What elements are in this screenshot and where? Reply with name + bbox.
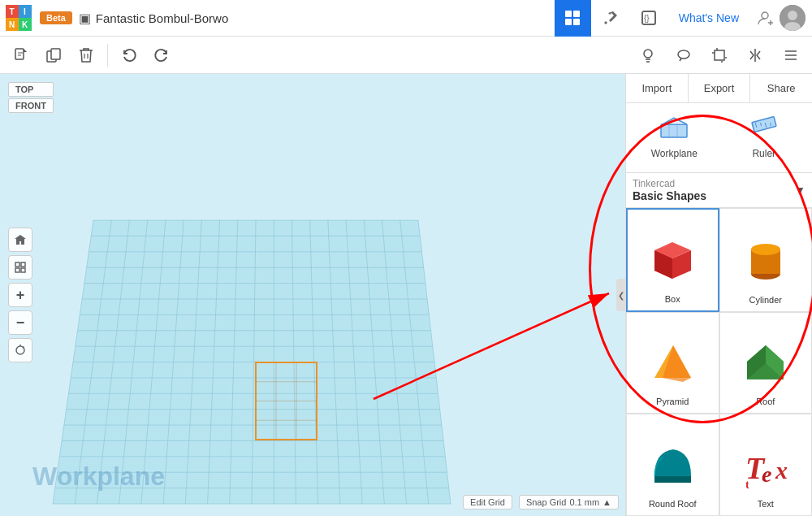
shape-item-text[interactable]: T e x t Text <box>719 414 813 516</box>
svg-rect-10 <box>15 49 24 59</box>
shape-svg-box <box>644 232 701 289</box>
collapse-panel-btn[interactable]: ❮ <box>616 279 626 311</box>
snap-grid-value: 0.1 mm <box>569 497 599 507</box>
shape-name-round-roof: Round Roof <box>649 499 697 509</box>
shape-item-roof[interactable]: Roof <box>719 312 813 414</box>
svg-rect-23 <box>661 124 687 137</box>
ruler-icon <box>751 116 777 145</box>
logo-n: N <box>6 18 19 31</box>
shape-name-cylinder: Cylinder <box>749 295 782 305</box>
logo-i: I <box>19 5 32 18</box>
delete-btn[interactable] <box>71 41 101 70</box>
toolbar-right <box>633 41 806 70</box>
shape-item-box[interactable]: Box <box>626 208 719 312</box>
grid-view-btn[interactable] <box>555 0 591 37</box>
speech-btn[interactable] <box>669 41 698 70</box>
category-parent: Tinkercad <box>633 178 706 189</box>
view-top[interactable]: TOP <box>8 82 54 97</box>
shape-svg-pyramid <box>644 335 701 392</box>
home-btn[interactable] <box>8 228 32 252</box>
category-name: Basic Shapes <box>633 189 706 202</box>
svg-rect-43 <box>654 476 691 483</box>
svg-rect-3 <box>573 19 580 25</box>
import-button[interactable]: Import <box>626 74 689 102</box>
user-area[interactable] <box>750 5 812 31</box>
svg-rect-2 <box>565 19 572 25</box>
shape-name-roof: Roof <box>756 397 775 406</box>
rotate-btn[interactable] <box>8 338 32 362</box>
header-nav: {} What's New <box>555 0 812 37</box>
shape-svg-round-roof <box>644 437 701 494</box>
avatar[interactable] <box>780 5 806 31</box>
export-button[interactable]: Export <box>689 74 751 102</box>
crop-btn[interactable] <box>705 41 734 70</box>
shape-name-text: Text <box>758 499 774 509</box>
action-buttons: Import Export Share <box>626 74 812 103</box>
document-icon: ▣ <box>79 11 91 26</box>
copy-btn[interactable] <box>39 41 68 70</box>
category-dropdown-icon[interactable]: ▼ <box>794 184 806 197</box>
logo-k: K <box>19 18 32 31</box>
header: T I N K Beta ▣ Fantastic Bombul-Borwo {}… <box>0 0 812 37</box>
svg-rect-19 <box>21 268 25 272</box>
shape-svg-text: T e x t <box>737 437 794 494</box>
svg-text:e: e <box>762 462 771 487</box>
align-btn[interactable] <box>776 41 806 70</box>
undo-btn[interactable] <box>114 41 144 70</box>
ruler-label-text: Ruler <box>752 148 775 159</box>
redo-btn[interactable] <box>147 41 176 70</box>
separator-1 <box>107 44 108 67</box>
svg-point-13 <box>644 50 652 58</box>
edit-grid-button[interactable]: Edit Grid <box>463 495 512 509</box>
svg-point-14 <box>678 50 689 59</box>
shape-item-pyramid[interactable]: Pyramid <box>626 312 719 414</box>
workplane-label-text: Workplane <box>651 148 698 159</box>
new-btn[interactable] <box>6 41 36 70</box>
zoom-out-btn[interactable]: − <box>8 310 32 335</box>
project-name[interactable]: Fantastic Bombul-Borwo <box>96 11 228 25</box>
toolbar <box>0 37 812 74</box>
shape-svg-roof <box>737 335 794 392</box>
snap-grid-label: Snap Grid <box>526 497 567 507</box>
category-selector[interactable]: Tinkercad Basic Shapes ▼ <box>626 173 812 208</box>
zoom-in-btn[interactable]: + <box>8 283 32 307</box>
grid-canvas <box>0 74 625 516</box>
viewport[interactable]: TOP FRONT + − Workplane <box>0 74 625 516</box>
svg-text:x: x <box>775 457 788 483</box>
shape-item-round-roof[interactable]: Round Roof <box>626 414 719 516</box>
ruler-tool[interactable]: Ruler <box>723 110 806 166</box>
svg-point-8 <box>788 11 797 20</box>
svg-rect-0 <box>565 11 572 17</box>
mirror-btn[interactable] <box>741 41 770 70</box>
snap-info: Edit Grid Snap Grid 0.1 mm ▲ <box>463 495 619 509</box>
snap-chevron-icon: ▲ <box>603 497 611 507</box>
panel-tools: Workplane Ruler <box>626 103 812 173</box>
main-area: TOP FRONT + − Workplane <box>0 74 812 516</box>
fit-view-btn[interactable] <box>8 255 32 280</box>
workplane-icon <box>659 116 689 145</box>
svg-point-37 <box>751 244 780 255</box>
shape-name-pyramid: Pyramid <box>656 397 689 406</box>
svg-rect-12 <box>51 49 60 59</box>
hammer-btn[interactable] <box>593 0 629 37</box>
svg-rect-16 <box>15 262 19 267</box>
svg-rect-1 <box>573 11 580 17</box>
svg-rect-15 <box>715 50 724 60</box>
whats-new-button[interactable]: What's New <box>669 0 749 37</box>
view-front[interactable]: FRONT <box>8 98 54 113</box>
beta-badge: Beta <box>40 11 72 24</box>
bulb-btn[interactable] <box>633 41 663 70</box>
shape-svg-cylinder <box>737 233 794 290</box>
svg-text:{}: {} <box>644 14 650 23</box>
svg-rect-17 <box>21 262 25 267</box>
shapes-grid: Box Cylinder Pyramid Roof Round Roof T e… <box>626 208 812 516</box>
add-person-icon <box>757 9 775 27</box>
share-button[interactable]: Share <box>750 74 812 102</box>
code-btn[interactable]: {} <box>631 0 667 37</box>
workplane-tool[interactable]: Workplane <box>633 110 716 166</box>
right-panel: ❮ Import Export Share Workplane <box>625 74 812 516</box>
shape-item-cylinder[interactable]: Cylinder <box>719 208 813 312</box>
snap-grid-info[interactable]: Snap Grid 0.1 mm ▲ <box>519 495 619 509</box>
shape-name-box: Box <box>665 294 680 304</box>
svg-point-6 <box>762 12 768 19</box>
